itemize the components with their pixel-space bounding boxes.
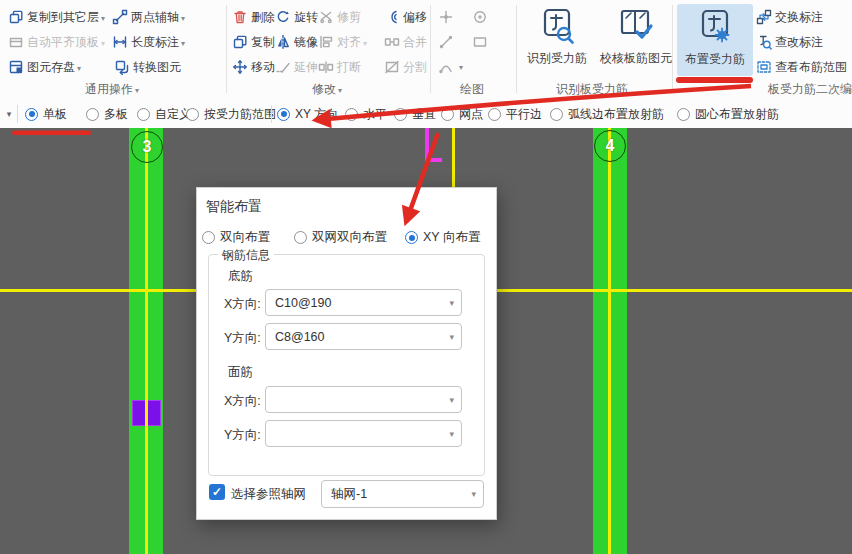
group-label-general[interactable]: 通用操作 xyxy=(85,81,139,98)
scope-option-custom[interactable]: 自定义 xyxy=(137,101,191,127)
identify-rebar-button[interactable]: 识别受力筋 xyxy=(518,3,596,75)
move-button[interactable]: 移动 xyxy=(232,57,275,77)
top-x-combobox[interactable] xyxy=(265,386,462,413)
check-rebar-elements-icon xyxy=(616,6,656,48)
two-point-aux-axis-button[interactable]: 两点辅轴 xyxy=(112,7,185,27)
convert-element-button[interactable]: 转换图元 xyxy=(114,57,181,77)
option-xy-arrange[interactable]: XY 向布置 xyxy=(405,229,480,246)
scope-option-label: 按受力筋范围 xyxy=(204,106,276,123)
check-annotation-button[interactable]: 查改标注 xyxy=(756,32,823,52)
axis-bubble-3: 3 xyxy=(131,131,163,163)
rotate-icon xyxy=(275,9,291,25)
copy-button[interactable]: 复制 xyxy=(232,32,275,52)
group-label-draw[interactable]: 绘图 xyxy=(460,81,484,98)
swap-annotation-icon xyxy=(756,9,772,25)
radio-icon xyxy=(202,231,215,244)
circle-tool-icon xyxy=(472,9,488,25)
magenta-element-vertical[interactable] xyxy=(425,128,429,162)
rotate-button[interactable]: 旋转 xyxy=(275,7,318,27)
break-label: 打断 xyxy=(337,59,361,76)
dialog-title: 智能布置 xyxy=(206,198,262,216)
mode-option-label: 弧线边布置放射筋 xyxy=(568,106,664,123)
group-label-identify: 识别板受力筋 xyxy=(556,81,628,98)
bottom-y-combobox[interactable]: C8@160 xyxy=(265,323,462,350)
draw-point-tool[interactable] xyxy=(438,7,454,27)
save-element-button[interactable]: 图元存盘 xyxy=(8,57,81,77)
draw-arc-tool[interactable] xyxy=(438,57,463,77)
reference-grid-combobox[interactable]: 轴网-1 xyxy=(321,480,484,508)
draw-line-tool[interactable] xyxy=(438,32,454,52)
view-rebar-range-button[interactable]: 查看布筋范围 xyxy=(756,57,847,77)
mode-option-horizontal[interactable]: 水平 xyxy=(345,101,387,127)
auto-align-top-slab-button: 自动平齐顶板 xyxy=(8,32,105,52)
identify-rebar-label: 识别受力筋 xyxy=(527,50,587,67)
split-label: 分割 xyxy=(403,59,427,76)
slab-icon xyxy=(8,34,24,50)
option-double-net-two-way[interactable]: 双网双向布置 xyxy=(294,229,387,246)
trim-button: 修剪 xyxy=(318,7,361,27)
delete-button[interactable]: 删除 xyxy=(232,7,275,27)
mode-option-vertical[interactable]: 垂直 xyxy=(394,101,436,127)
check-rebar-elements-button[interactable]: 校核板筋图元 xyxy=(597,3,675,75)
group-label-modify[interactable]: 修改 xyxy=(312,81,342,98)
view-rebar-range-label: 查看布筋范围 xyxy=(775,59,847,76)
split-icon xyxy=(384,59,400,75)
draw-rect-tool[interactable] xyxy=(472,32,488,52)
align-button: 对齐 xyxy=(318,32,367,52)
mode-option-label: 平行边 xyxy=(506,106,542,123)
arrange-rebar-button[interactable]: 布置受力筋 xyxy=(677,4,753,76)
option-two-way[interactable]: 双向布置 xyxy=(202,229,270,246)
scope-option-by-rebar-range[interactable]: 按受力筋范围 xyxy=(186,101,276,127)
arc-tool-icon xyxy=(438,59,454,75)
radio-icon xyxy=(677,108,690,121)
identify-rebar-icon xyxy=(537,6,577,48)
toolbar-dropdown-icon[interactable] xyxy=(2,101,16,127)
bottom-y-value: C8@160 xyxy=(275,330,325,344)
trash-icon xyxy=(232,9,248,25)
mirror-button[interactable]: 镜像 xyxy=(275,32,318,52)
top-rebar-label: 面筋 xyxy=(228,364,253,381)
offset-button[interactable]: 偏移 xyxy=(384,7,427,27)
merge-icon xyxy=(384,34,400,50)
app-window: 复制到其它层 两点辅轴 自动平齐顶板 长度标注 图元存盘 转换图元 通用操作 删… xyxy=(0,0,852,554)
arrange-rebar-label: 布置受力筋 xyxy=(685,51,745,68)
reference-grid-checkbox[interactable] xyxy=(209,484,225,500)
bottom-x-combobox[interactable]: C10@190 xyxy=(265,289,462,316)
length-annotation-button[interactable]: 长度标注 xyxy=(112,32,185,52)
magenta-element-horizontal[interactable] xyxy=(425,158,442,162)
mode-option-center-radial[interactable]: 圆心布置放射筋 xyxy=(677,101,779,127)
merge-label: 合并 xyxy=(403,34,427,51)
radio-icon xyxy=(86,108,99,121)
mode-option-grid-point[interactable]: 网点 xyxy=(441,101,483,127)
draw-circle-tool[interactable] xyxy=(472,7,488,27)
top-y-combobox[interactable] xyxy=(265,420,462,447)
axis-bubble-4: 4 xyxy=(594,130,626,162)
bottom-x-value: C10@190 xyxy=(275,296,331,310)
bottom-y-label: Y方向: xyxy=(224,330,261,347)
mode-option-xy-direction[interactable]: XY 方向 xyxy=(277,101,338,127)
axis-number: 3 xyxy=(143,138,152,156)
convert-element-label: 转换图元 xyxy=(133,59,181,76)
scope-option-multi-board[interactable]: 多板 xyxy=(86,101,128,127)
swap-annotation-button[interactable]: 交换标注 xyxy=(756,7,823,27)
mode-option-label: 垂直 xyxy=(412,106,436,123)
toolbar-separator xyxy=(271,105,272,123)
scope-option-single-board[interactable]: 单板 xyxy=(25,101,67,127)
merge-button: 合并 xyxy=(384,32,427,52)
mode-option-parallel-edge[interactable]: 平行边 xyxy=(488,101,542,127)
mode-option-arc-edge-radial[interactable]: 弧线边布置放射筋 xyxy=(550,101,664,127)
offset-icon xyxy=(384,9,400,25)
align-icon xyxy=(318,34,334,50)
mirror-label: 镜像 xyxy=(294,34,318,51)
ribbon-separator xyxy=(672,5,673,93)
length-annotation-label: 长度标注 xyxy=(131,34,185,51)
copy-to-other-layers-button[interactable]: 复制到其它层 xyxy=(8,7,105,27)
mode-option-label: 水平 xyxy=(363,106,387,123)
mode-option-label: 圆心布置放射筋 xyxy=(695,106,779,123)
radio-icon xyxy=(394,108,407,121)
mirror-icon xyxy=(275,34,291,50)
check-annotation-icon xyxy=(756,34,772,50)
break-icon xyxy=(318,59,334,75)
copy-to-other-layers-label: 复制到其它层 xyxy=(27,9,105,26)
group-label-secondary: 板受力筋二次编 xyxy=(768,81,852,98)
